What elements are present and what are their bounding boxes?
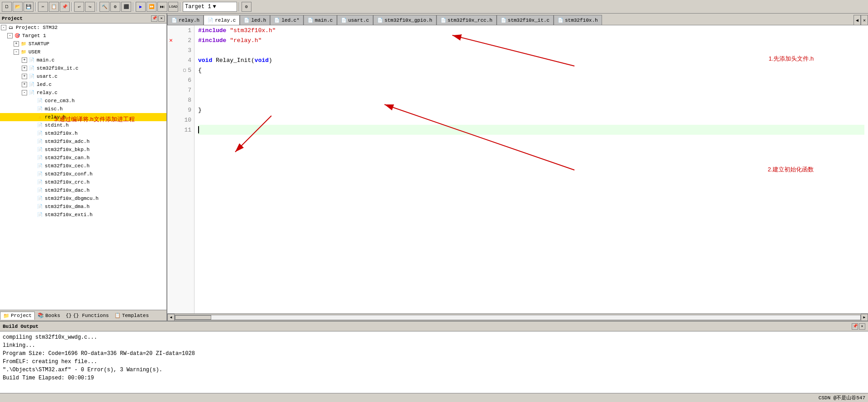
expand-icon[interactable]: - <box>22 90 27 95</box>
tab-stm32f10x-h[interactable]: 📄 stm32f10x.h <box>554 15 602 25</box>
file-h-icon: 📄 <box>36 154 43 161</box>
project-close-btn[interactable]: ✕ <box>158 15 165 22</box>
tree-relay-h[interactable]: ⚠ relay.h <box>0 113 166 121</box>
project-pin-btn[interactable]: 📌 <box>151 15 157 22</box>
bottom-area: Build Output 📌 ✕ compiling stm32f10x_wwd… <box>0 321 868 393</box>
stm32f10x-cec-h-label: stm32f10x_cec.h <box>45 163 90 169</box>
tree-stm32f10x-it-c[interactable]: + 📄 stm32f10x_it.c <box>0 64 166 72</box>
code-editor[interactable]: 1 ✕ 2 3 4 ▢ 5 6 7 8 <box>167 25 868 313</box>
line-num-9: 9 <box>167 105 194 115</box>
expand-icon[interactable]: + <box>22 57 27 63</box>
toolbar-cut-btn[interactable]: ✂ <box>38 2 48 12</box>
tab-usart-c[interactable]: 📄 usart.c <box>337 15 373 25</box>
toolbar-paste-btn[interactable]: 📌 <box>60 2 70 12</box>
toolbar-redo-btn[interactable]: ↪ <box>85 2 95 12</box>
tree-stm32f10x-h[interactable]: 📄 stm32f10x.h <box>0 129 166 137</box>
stm32f10x-adc-h-label: stm32f10x_adc.h <box>45 139 90 144</box>
tree-stm32f10x-bkp-h[interactable]: 📄 stm32f10x_bkp.h <box>0 146 166 154</box>
tree-stm32f10x-crc-h[interactable]: 📄 stm32f10x_crc.h <box>0 178 166 186</box>
file-h-icon: 📄 <box>36 211 43 218</box>
warn-icon: ⚠ <box>36 114 43 121</box>
tree-startup[interactable]: + 📁 STARTUP <box>0 40 166 48</box>
build-close-btn[interactable]: ✕ <box>859 323 865 330</box>
expand-icon[interactable]: - <box>7 33 13 38</box>
tree-stdint-h[interactable]: 📄 stdint.h <box>0 121 166 129</box>
toolbar-step-btn[interactable]: ⏭ <box>157 2 167 12</box>
scroll-right-btn[interactable]: ▶ <box>861 314 868 321</box>
expand-icon[interactable]: + <box>22 74 27 79</box>
tab-stm32f10x-it-c[interactable]: 📄 stm32f10x_it.c <box>497 15 554 25</box>
tree-core-cm3-h[interactable]: 📄 core_cm3.h <box>0 97 166 105</box>
tree-project-root[interactable]: - 🗂 Project: STM32 <box>0 24 166 32</box>
scrollbar-thumb[interactable] <box>175 315 211 320</box>
toolbar-copy-btn[interactable]: 📋 <box>49 2 59 12</box>
tab-led-c-label: led.c* <box>281 18 299 23</box>
file-h-icon: 📄 <box>36 187 43 194</box>
code-line-10 <box>198 115 864 125</box>
usart-c-label: usart.c <box>37 74 57 79</box>
toolbar-target-selector[interactable]: Target 1 ▼ <box>183 2 237 12</box>
tree-main-c[interactable]: + 📄 main.c <box>0 56 166 64</box>
misc-h-label: misc.h <box>45 106 63 112</box>
tab-main-c[interactable]: 📄 main.c <box>304 15 337 25</box>
tab-relay-h[interactable]: 📄 relay.h <box>167 15 204 25</box>
tree-led-c[interactable]: + 📄 led.c <box>0 80 166 89</box>
tree-stm32f10x-dac-h[interactable]: 📄 stm32f10x_dac.h <box>0 186 166 194</box>
tree-user-group[interactable]: - 📁 USER <box>0 48 166 56</box>
toolbar-save-btn[interactable]: 💾 <box>24 2 33 12</box>
build-pin-btn[interactable]: 📌 <box>852 323 858 330</box>
tree-stm32f10x-cec-h[interactable]: 📄 stm32f10x_cec.h <box>0 162 166 170</box>
target-label: Target 1 <box>22 33 46 38</box>
scroll-left-btn[interactable]: ◀ <box>167 314 175 321</box>
expand-icon[interactable]: + <box>22 66 27 71</box>
annotation-text-1: 1.先添加头文件.h <box>768 55 814 63</box>
tab-stm32f10x-rcc-h[interactable]: 📄 stm32f10x_rcc.h <box>436 15 497 25</box>
led-c-label: led.c <box>37 82 52 87</box>
tabs-left-arrow[interactable]: ◀ <box>854 15 861 25</box>
toolbar-settings-btn[interactable]: ⚙ <box>242 2 251 12</box>
tab-led-c[interactable]: 📄 led.c* <box>270 15 304 25</box>
toolbar-stop-btn[interactable]: ⬛ <box>121 2 131 12</box>
tab-templates[interactable]: 📋 Templates <box>112 312 152 319</box>
tab-led-h[interactable]: 📄 led.h <box>240 15 270 25</box>
tree-relay-c[interactable]: - 📄 relay.c <box>0 89 166 97</box>
toolbar-load-btn[interactable]: LOAD <box>168 2 178 12</box>
toolbar-new-btn[interactable]: 🗋 <box>2 2 12 12</box>
code-lines[interactable]: #include "stm32f10x.h" #include "relay.h… <box>194 25 868 313</box>
tab-functions[interactable]: {} {} Functions <box>63 312 111 319</box>
tab-relay-c[interactable]: 📄 relay.c <box>204 15 240 25</box>
tree-stm32f10x-adc-h[interactable]: 📄 stm32f10x_adc.h <box>0 137 166 146</box>
file-c-icon: 📄 <box>28 57 35 64</box>
collapse-marker: ▢ <box>183 67 186 73</box>
build-line-5: ".\Objects\STM32.axf" - 0 Error(s), 3 Wa… <box>3 366 865 374</box>
tab-stm32f10x-gpio-h[interactable]: 📄 stm32f10x_gpio.h <box>373 15 436 25</box>
tree-usart-c[interactable]: + 📄 usart.c <box>0 72 166 80</box>
tab-usart-c-label: usart.c <box>348 18 369 23</box>
code-line-7 <box>198 85 864 95</box>
tree-target1[interactable]: - 🎯 Target 1 <box>0 32 166 40</box>
tab-project[interactable]: 📁 Project <box>0 312 35 320</box>
expand-icon[interactable]: + <box>22 82 27 87</box>
tree-stm32f10x-exti-h[interactable]: 📄 stm32f10x_exti.h <box>0 211 166 219</box>
toolbar-run-btn[interactable]: ⏩ <box>147 2 157 12</box>
toolbar-build-btn[interactable]: 🔨 <box>100 2 109 12</box>
expand-icon[interactable]: - <box>14 49 19 55</box>
expand-icon[interactable]: - <box>1 25 6 30</box>
scrollbar-track[interactable] <box>175 315 861 320</box>
editor-hscrollbar[interactable]: ◀ ▶ <box>167 313 868 321</box>
tabs-right-arrow[interactable]: ✕ <box>861 15 868 25</box>
tree-stm32f10x-can-h[interactable]: 📄 stm32f10x_can.h <box>0 154 166 162</box>
expand-icon[interactable]: + <box>14 41 19 47</box>
toolbar-debug-btn[interactable]: ▶ <box>136 2 146 12</box>
toolbar-open-btn[interactable]: 📂 <box>13 2 23 12</box>
tree-stm32f10x-dma-h[interactable]: 📄 stm32f10x_dma.h <box>0 203 166 211</box>
tab-books[interactable]: 📚 Books <box>35 312 63 319</box>
editor-wrapper: 📄 relay.h 📄 relay.c 📄 led.h 📄 led.c* 📄 <box>167 14 868 321</box>
toolbar-undo-btn[interactable]: ↩ <box>74 2 84 12</box>
build-line-2: linking... <box>3 341 865 350</box>
tree-stm32f10x-conf-h[interactable]: 📄 stm32f10x_conf.h <box>0 170 166 178</box>
tree-stm32f10x-dbgmcu-h[interactable]: 📄 stm32f10x_dbgmcu.h <box>0 194 166 203</box>
toolbar-rebuild-btn[interactable]: ⚙ <box>110 2 120 12</box>
tree-misc-h[interactable]: 📄 misc.h <box>0 105 166 113</box>
file-icon: 📄 <box>171 18 177 23</box>
